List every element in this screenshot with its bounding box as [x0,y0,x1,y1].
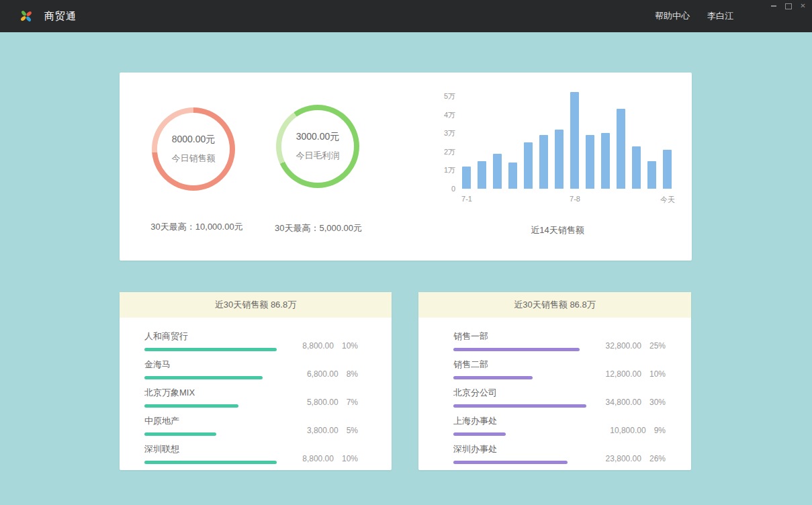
minimize-button[interactable] [769,2,778,10]
maximize-button[interactable] [784,2,793,10]
rank-item-left: 深圳办事处 [453,443,568,464]
today-profit-label: 今日毛利润 [296,150,340,162]
rank-item-label: 北京万象MIX [144,387,238,399]
rank-item-left: 北京分公司 [453,387,586,408]
department_rank-rows: 销售一部32,800.0025%销售二部12,800.0010%北京分公司34,… [418,318,691,464]
rank-item-value: 12,800.00 [606,369,641,379]
rank-item-percent: 8% [347,369,358,379]
chart-bar [462,167,471,189]
chart-bar [586,135,594,189]
app-logo-icon [19,9,34,24]
x-axis-tick: 今天 [660,195,675,205]
list-item: 金海马6,800.008% [144,359,358,379]
chart-bar [539,135,548,189]
list-item: 深圳办事处23,800.0026% [453,443,666,464]
rank-item-bar [453,348,580,351]
username-link[interactable]: 李白江 [707,10,733,22]
list-item: 销售一部32,800.0025% [453,330,666,351]
chart-bar [478,161,486,189]
rank-item-percent: 10% [342,341,358,351]
chart-x-axis: 7-17-8今天 [462,195,672,204]
customer_rank-rows: 人和商贸行8,800.0010%金海马6,800.008%北京万象MIX5,80… [120,318,392,464]
rank-item-bar [453,376,533,379]
chart-bar [555,130,563,189]
chart-bar [508,163,517,189]
today-sales-donut: 8000.00元 今日销售额 [152,107,235,191]
rank-item-label: 金海马 [144,359,263,371]
rank-item-value: 8,800.00 [302,454,334,463]
list-item: 销售二部12,800.0010% [453,359,666,379]
chart-bar [632,146,641,189]
titlebar: 商贸通 帮助中心 李白江 ✕ [0,0,812,32]
rank-item-value: 23,800.00 [606,454,641,463]
chart-bar [663,150,672,189]
rank-item-label: 人和商贸行 [144,330,277,342]
today-profit-value: 3000.00元 [296,131,340,143]
rank-item-figures: 8,800.0010% [302,454,358,464]
rank-item-label: 中原地产 [144,415,216,427]
rank-item-value: 32,800.00 [606,341,641,351]
rank-item-left: 上海办事处 [453,415,506,436]
chart-bar [647,161,656,189]
rank-item-bar [144,348,277,351]
app-window: 商贸通 帮助中心 李白江 ✕ 8000.00元 今日销售额 30天最高：10,0… [0,0,812,505]
rank-item-value: 5,800.00 [307,398,339,407]
chart-bar [493,154,502,189]
rank-item-bar [453,461,568,464]
rank-item-left: 金海马 [144,359,263,379]
rank-item-figures: 32,800.0025% [606,341,666,351]
rank-item-percent: 9% [654,426,666,435]
chart-caption: 近14天销售额 [437,224,678,236]
rank-item-value: 8,800.00 [302,341,334,351]
rank-item-figures: 8,800.0010% [302,341,358,351]
chart-bars [462,96,672,189]
titlebar-nav: 帮助中心 李白江 [655,0,733,32]
rank-item-figures: 23,800.0026% [606,454,666,464]
y-axis-tick: 1万 [437,165,455,175]
chart-bar [524,142,533,189]
rank-item-bar [144,461,277,464]
department-rank-title: 近30天销售额 86.8万 [418,292,691,318]
overview-card: 8000.00元 今日销售额 30天最高：10,000.00元 3000.00元… [120,73,692,261]
rank-item-label: 销售一部 [453,330,580,342]
rank-item-label: 北京分公司 [453,387,586,399]
rank-item-left: 北京万象MIX [144,387,238,408]
rank-item-figures: 6,800.008% [307,369,358,379]
sales-14d-chart: 5万4万3万2万1万0 7-17-8今天 近14天销售额 [437,93,678,257]
rank-item-percent: 10% [649,369,666,379]
rank-item-figures: 12,800.0010% [606,369,666,379]
close-button[interactable]: ✕ [799,2,807,10]
rank-item-percent: 10% [342,454,358,463]
department-rank-card: 近30天销售额 86.8万 销售一部32,800.0025%销售二部12,800… [418,292,691,470]
today-sales-label: 今日销售额 [172,152,216,165]
rank-item-left: 中原地产 [144,415,216,436]
rank-item-left: 人和商贸行 [144,330,277,351]
rank-item-bar [144,404,238,408]
list-item: 北京万象MIX5,800.007% [144,387,358,408]
rank-item-bar [144,376,263,379]
y-axis-tick: 2万 [437,146,455,156]
list-item: 中原地产3,800.005% [144,415,358,436]
sales-30d-max: 30天最高：10,000.00元 [130,221,264,233]
list-item: 人和商贸行8,800.0010% [144,330,358,351]
x-axis-tick: 7-1 [461,195,472,203]
rank-item-percent: 26% [649,454,666,463]
list-item: 上海办事处10,800.009% [453,415,666,436]
y-axis-tick: 0 [437,185,455,193]
rank-item-left: 销售二部 [453,359,533,379]
rank-item-bar [453,404,586,408]
rank-item-figures: 34,800.0030% [606,398,666,408]
rank-item-bar [453,432,506,436]
rank-item-value: 34,800.00 [606,398,641,407]
customer-rank-card: 近30天销售额 86.8万 人和商贸行8,800.0010%金海马6,800.0… [120,292,392,470]
help-center-link[interactable]: 帮助中心 [655,10,690,22]
today-profit-donut: 3000.00元 今日毛利润 [276,105,359,188]
rank-item-left: 销售一部 [453,330,580,351]
app-title: 商贸通 [44,10,77,23]
rank-item-bar [144,432,216,436]
chart-bar [601,133,610,189]
rank-item-figures: 10,800.009% [610,426,666,436]
y-axis-tick: 5万 [437,91,455,101]
list-item: 深圳联想8,800.0010% [144,443,358,464]
today-sales-value: 8000.00元 [172,134,216,146]
